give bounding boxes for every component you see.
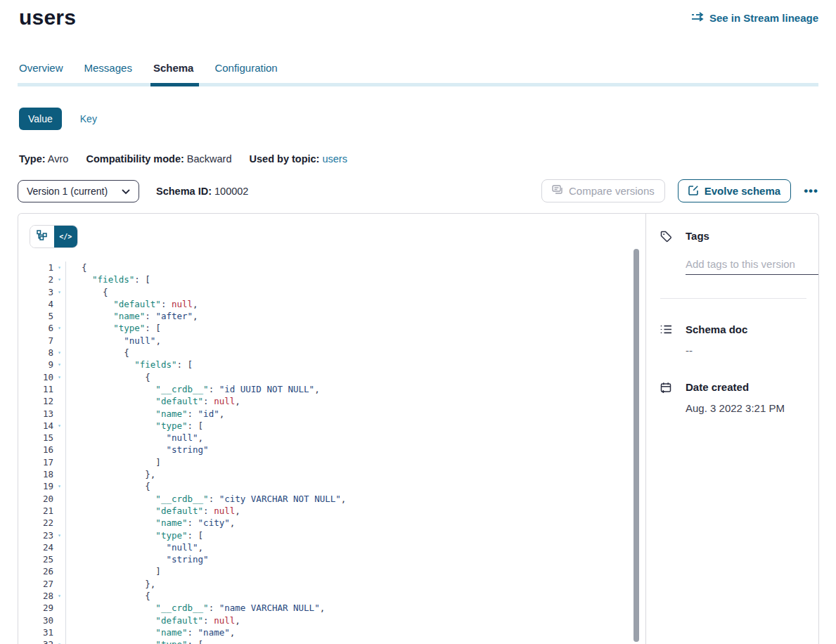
edit-icon xyxy=(688,185,699,198)
tab-schema[interactable]: Schema xyxy=(153,62,194,83)
code-line: 25 "string" xyxy=(30,553,645,565)
schema-id-label: Schema ID: xyxy=(156,186,212,197)
code-line-content: { xyxy=(65,347,129,359)
code-line-content: ] xyxy=(65,565,161,577)
line-number: 27 xyxy=(30,578,53,590)
code-line: 21 "default": null, xyxy=(30,505,645,517)
code-line-content: "name": "id", xyxy=(65,408,224,420)
schema-editor-pane: </> 1▾{2▾ "fields": [3▾ {4 "default": nu… xyxy=(18,214,646,644)
fold-toggle-icon[interactable]: ▾ xyxy=(53,262,65,273)
fold-toggle-icon[interactable]: ▾ xyxy=(53,273,65,285)
tab-configuration[interactable]: Configuration xyxy=(214,62,277,83)
schema-id: Schema ID: 100002 xyxy=(156,186,248,197)
tab-messages[interactable]: Messages xyxy=(84,62,132,83)
code-line: 18 }, xyxy=(30,468,645,480)
line-number: 1 xyxy=(30,262,53,273)
fold-toggle-icon[interactable]: ▾ xyxy=(53,359,65,371)
code-line-content: "name": "after", xyxy=(65,310,198,322)
code-line: 26 ] xyxy=(30,565,645,577)
code-line: 27 }, xyxy=(30,578,645,590)
line-number: 19 xyxy=(30,480,53,492)
tab-overview[interactable]: Overview xyxy=(19,62,63,83)
fold-toggle-icon[interactable]: ▾ xyxy=(53,286,65,298)
key-tab-button[interactable]: Key xyxy=(80,113,97,124)
version-select[interactable]: Version 1 (current) xyxy=(18,180,139,202)
fold-spacer xyxy=(53,298,65,310)
fold-toggle-icon[interactable]: ▾ xyxy=(53,638,65,644)
code-line: 13 "name": "id", xyxy=(30,408,645,420)
tree-view-icon xyxy=(37,230,47,243)
tab-schema-label: Schema xyxy=(153,62,194,74)
code-line-content: "default": null, xyxy=(65,298,198,310)
line-number: 14 xyxy=(30,420,53,432)
fold-toggle-icon[interactable]: ▾ xyxy=(53,420,65,432)
compare-versions-button[interactable]: Compare versions xyxy=(541,179,665,202)
schema-doc-value: -- xyxy=(686,344,747,356)
code-line: 17 ] xyxy=(30,456,645,468)
date-created-value: Aug. 3 2022 3:21 PM xyxy=(686,402,785,414)
stream-lineage-link[interactable]: See in Stream lineage xyxy=(691,12,818,24)
line-number: 20 xyxy=(30,493,53,505)
code-line-content: }, xyxy=(65,578,155,590)
line-number: 9 xyxy=(30,359,53,371)
value-tab-button[interactable]: Value xyxy=(19,108,62,130)
code-line-content: "null", xyxy=(65,541,203,553)
code-line: 19▾ { xyxy=(30,480,645,492)
fold-spacer xyxy=(53,468,65,480)
code-line: 11 "__crdb__": "id UUID NOT NULL", xyxy=(30,383,645,395)
code-line: 29 "__crdb__": "name VARCHAR NULL", xyxy=(30,602,645,614)
page-header: users See in Stream lineage xyxy=(18,0,818,30)
line-number: 24 xyxy=(30,541,53,553)
editor-scrollbar[interactable] xyxy=(634,249,639,642)
code-line-content: { xyxy=(65,262,87,273)
code-line-content: "string" xyxy=(65,553,209,565)
fold-toggle-icon[interactable]: ▾ xyxy=(53,480,65,492)
line-number: 15 xyxy=(30,432,53,444)
fold-toggle-icon[interactable]: ▾ xyxy=(53,529,65,541)
code-line-content: { xyxy=(65,286,108,298)
schema-doc-section: Schema doc -- xyxy=(660,323,818,356)
code-line: 5 "name": "after", xyxy=(30,310,645,322)
fold-spacer xyxy=(53,505,65,517)
line-number: 7 xyxy=(30,335,53,347)
compatibility-mode: Compatibility mode: Backward xyxy=(86,153,231,165)
compat-label: Compatibility mode: xyxy=(86,153,184,165)
schema-type: Type: Avro xyxy=(19,153,68,165)
fold-spacer xyxy=(53,395,65,407)
schema-view-toggle: </> xyxy=(30,225,78,248)
fold-toggle-icon[interactable]: ▾ xyxy=(53,371,65,383)
more-actions-button[interactable]: ••• xyxy=(804,184,818,198)
tags-section: Tags xyxy=(660,230,818,275)
fold-toggle-icon[interactable]: ▾ xyxy=(53,322,65,334)
code-line: 30 "default": null, xyxy=(30,614,645,626)
code-line-content: "type": [ xyxy=(65,420,203,432)
code-line: 2▾ "fields": [ xyxy=(30,273,645,285)
code-line-content: "type": [ xyxy=(65,638,203,644)
code-editor[interactable]: 1▾{2▾ "fields": [3▾ {4 "default": null,5… xyxy=(30,262,645,644)
line-number: 13 xyxy=(30,408,53,420)
code-line-content: { xyxy=(65,480,150,492)
fold-spacer xyxy=(53,310,65,322)
line-number: 26 xyxy=(30,565,53,577)
code-line: 22 "name": "city", xyxy=(30,517,645,529)
compat-value: Backward xyxy=(187,153,232,165)
fold-spacer xyxy=(53,408,65,420)
fold-spacer xyxy=(53,517,65,529)
topic-link[interactable]: users xyxy=(322,153,347,165)
code-line: 3▾ { xyxy=(30,286,645,298)
evolve-schema-button[interactable]: Evolve schema xyxy=(678,179,791,202)
code-line-content: "__crdb__": "city VARCHAR NOT NULL", xyxy=(65,493,346,505)
sidebar-divider xyxy=(660,298,806,299)
schema-sidebar: Tags Schema doc -- xyxy=(646,214,818,644)
line-number: 3 xyxy=(30,286,53,298)
date-created-title: Date created xyxy=(686,381,785,393)
fold-spacer xyxy=(53,626,65,638)
code-view-button[interactable]: </> xyxy=(54,226,78,247)
fold-toggle-icon[interactable]: ▾ xyxy=(53,590,65,602)
code-line: 28▾ { xyxy=(30,590,645,602)
fold-spacer xyxy=(53,432,65,444)
compare-versions-icon xyxy=(552,185,563,197)
tree-view-button[interactable] xyxy=(30,226,54,247)
fold-toggle-icon[interactable]: ▾ xyxy=(53,347,65,359)
tags-input[interactable] xyxy=(686,257,819,275)
